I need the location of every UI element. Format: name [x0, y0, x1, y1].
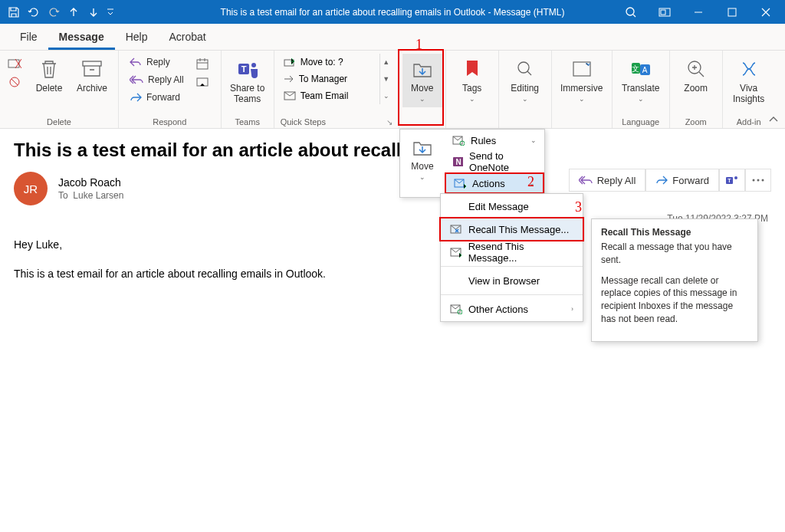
group-label-addin: Add-in [729, 116, 769, 128]
qat-more-icon[interactable] [104, 3, 117, 21]
send-onenote-menu-item[interactable]: NSend to OneNote [445, 151, 544, 172]
resend-message-item[interactable]: Resend This Message... [441, 240, 583, 264]
archive-button[interactable]: Archive [72, 54, 112, 97]
svg-text:T: T [241, 64, 246, 74]
more-respond-icon[interactable] [195, 74, 212, 90]
svg-rect-4 [8, 60, 19, 67]
tab-acrobat[interactable]: Acrobat [159, 25, 217, 50]
group-label-respond: Respond [125, 116, 215, 128]
group-label-zoom: Zoom [676, 116, 716, 128]
svg-point-14 [518, 62, 529, 73]
other-actions-item[interactable]: Other Actions› [441, 297, 583, 321]
svg-rect-3 [728, 8, 736, 16]
forward-button[interactable]: Forward [125, 89, 189, 106]
group-label-delete: Delete [6, 116, 112, 128]
close-button[interactable] [750, 2, 782, 23]
view-browser-item[interactable]: View in Browser [441, 268, 583, 293]
qs-launcher-icon[interactable]: ↘ [386, 118, 392, 126]
ignore-icon[interactable] [6, 55, 23, 72]
ribbon: Delete Archive Delete Reply Reply All Fo… [0, 51, 785, 129]
maximize-button[interactable] [716, 2, 748, 23]
undo-icon[interactable] [25, 3, 43, 21]
qs-move-to[interactable]: Move to: ? [281, 54, 376, 71]
svg-point-26 [762, 179, 764, 182]
actions-submenu: Edit Message Recall This Message... Rese… [440, 193, 583, 322]
svg-text:N: N [455, 158, 461, 166]
svg-point-11 [251, 63, 256, 67]
rules-menu-item[interactable]: Rules⌄ [445, 130, 544, 151]
tab-help[interactable]: Help [115, 25, 159, 50]
search-icon[interactable] [615, 2, 647, 23]
svg-text:T: T [728, 178, 731, 183]
editing-button[interactable]: Editing ⌄ [505, 54, 545, 107]
annotation-3: 3 [575, 199, 582, 215]
group-label-teams: Teams [228, 116, 268, 128]
minimize-button[interactable] [682, 2, 714, 23]
viva-insights-button[interactable]: Viva Insights [729, 54, 769, 107]
svg-point-24 [753, 179, 755, 182]
move-submenu-button[interactable]: Move ⌄ [402, 132, 442, 186]
reply-all-action[interactable]: Reply All [569, 169, 646, 192]
up-icon[interactable] [64, 3, 83, 21]
redo-icon[interactable] [44, 3, 63, 21]
svg-text:A: A [642, 66, 647, 74]
svg-point-25 [757, 179, 760, 182]
annotation-2: 2 [527, 174, 534, 190]
qs-up-icon[interactable]: ▲ [380, 54, 392, 71]
ribbon-tabs: File Message Help Acrobat [0, 24, 785, 51]
junk-icon[interactable] [6, 74, 23, 90]
more-actions-icon[interactable] [745, 169, 771, 192]
immersive-button[interactable]: Immersive ⌄ [558, 54, 606, 107]
email-subject: This is a test email for an article abou… [0, 129, 785, 169]
qs-more-icon[interactable]: ⌄ [380, 87, 392, 104]
title-bar: This is a test email for an article abou… [0, 0, 785, 24]
move-dropdown-menu: Move ⌄ Rules⌄ NSend to OneNote Actions⌄ [399, 129, 545, 198]
group-label-language: Language [619, 116, 663, 128]
window-title: This is a test email for an article abou… [221, 7, 565, 18]
svg-text:文: 文 [632, 64, 639, 73]
svg-rect-6 [83, 61, 101, 66]
save-icon[interactable] [5, 3, 23, 21]
svg-rect-2 [661, 10, 665, 15]
avatar: JR [14, 172, 48, 205]
teams-action-icon[interactable]: T [719, 169, 745, 192]
svg-rect-7 [197, 60, 208, 69]
qs-team-email[interactable]: Team Email [281, 87, 376, 104]
tab-message[interactable]: Message [48, 25, 115, 50]
translate-button[interactable]: 文A Translate ⌄ [619, 54, 663, 107]
reply-button[interactable]: Reply [125, 54, 189, 71]
tags-button[interactable]: Tags ⌄ [452, 54, 492, 107]
group-label-quicksteps: Quick Steps↘ [281, 116, 392, 128]
recall-message-item[interactable]: Recall This Message... [439, 217, 584, 241]
annotation-1: 1 [415, 37, 422, 53]
tab-file[interactable]: File [9, 25, 48, 50]
zoom-button[interactable]: Zoom [676, 54, 716, 97]
down-icon[interactable] [84, 3, 103, 21]
share-teams-button[interactable]: T Share to Teams [228, 54, 268, 107]
qs-down-icon[interactable]: ▼ [380, 71, 392, 87]
forward-action[interactable]: Forward [645, 169, 719, 192]
delete-button[interactable]: Delete [29, 54, 69, 97]
qs-to-manager[interactable]: To Manager [281, 71, 376, 87]
reply-all-button[interactable]: Reply All [125, 71, 189, 88]
collapse-ribbon-icon[interactable] [768, 116, 779, 123]
meeting-icon[interactable] [195, 55, 212, 72]
ribbon-mode-icon[interactable] [649, 2, 681, 23]
edit-message-item[interactable]: Edit Message [441, 194, 583, 218]
svg-point-23 [734, 176, 737, 179]
svg-point-0 [626, 8, 634, 15]
recall-tooltip: Recall This Message Recall a message tha… [591, 218, 758, 342]
